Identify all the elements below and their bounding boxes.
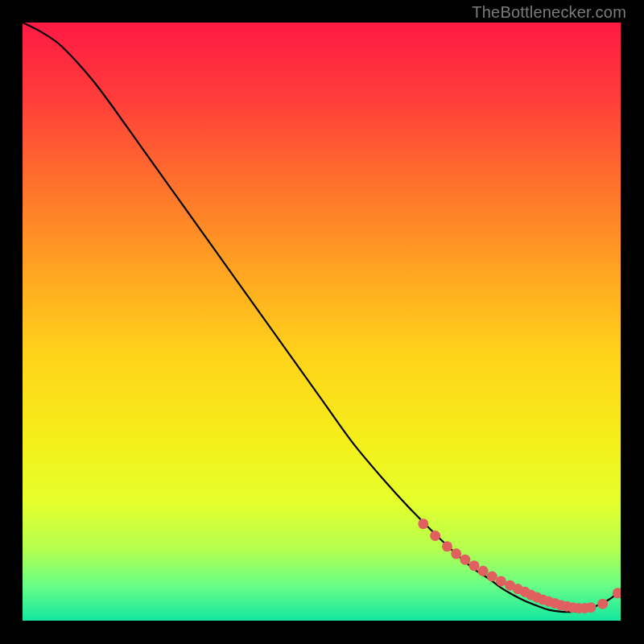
watermark-text: TheBottlenecker.com: [472, 3, 626, 22]
data-point: [430, 530, 440, 541]
data-point: [451, 548, 461, 559]
data-point: [487, 572, 497, 582]
data-point: [460, 555, 470, 565]
data-point: [597, 599, 608, 609]
data-point: [496, 576, 506, 586]
data-point: [478, 566, 489, 576]
data-point: [442, 541, 452, 551]
gradient-background: [23, 23, 621, 621]
data-point: [585, 602, 596, 613]
chart-svg: [23, 23, 621, 621]
chart-frame: TheBottlenecker.com: [0, 0, 644, 644]
data-point: [469, 560, 479, 571]
data-point: [418, 518, 428, 529]
